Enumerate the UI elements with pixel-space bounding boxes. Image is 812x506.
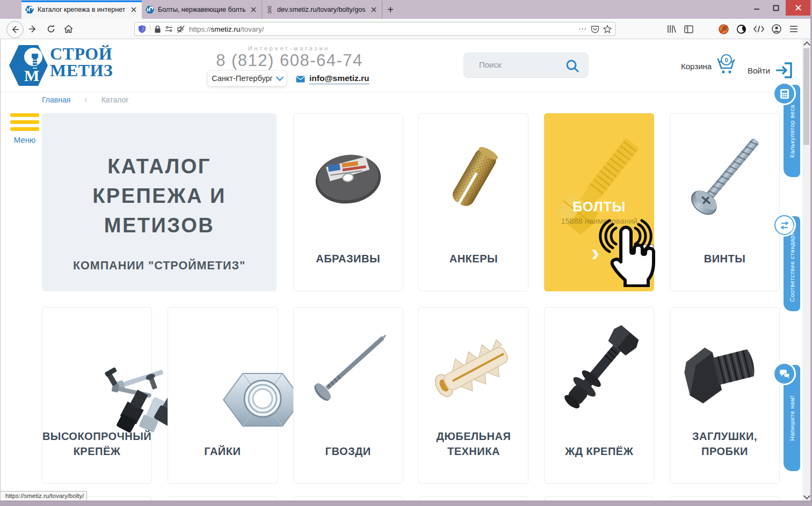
login-icon: [775, 61, 793, 79]
breadcrumb-separator: ‹: [84, 95, 87, 105]
category-card-anchors[interactable]: АНКЕРЫ: [418, 113, 528, 291]
library-icon[interactable]: [664, 21, 679, 36]
category-label: ЗАГЛУШКИ, ПРОБКИ: [669, 429, 780, 459]
permissions-icon[interactable]: [165, 26, 173, 32]
vertical-scrollbar[interactable]: [802, 39, 810, 501]
login-button[interactable]: Войти: [748, 61, 793, 79]
catalog-menu-button[interactable]: Меню: [10, 113, 39, 144]
ribbon-label: Напишите нам!: [789, 395, 795, 441]
rail-bolt-image: [552, 318, 647, 421]
window-close-button[interactable]: [786, 0, 810, 16]
page-viewport: М СТРОЙ МЕТИЗ Интернет-магазин 8 (812) 6…: [1, 39, 802, 501]
breadcrumb-home-link[interactable]: Главная: [42, 96, 70, 104]
envelope-icon: [296, 76, 305, 83]
category-card-nuts[interactable]: ГАЙКИ: [168, 307, 278, 484]
scrollbar-thumb[interactable]: [803, 48, 809, 145]
search-input[interactable]: [478, 60, 561, 70]
menu-label: Меню: [10, 135, 39, 144]
tab-close-icon[interactable]: [369, 5, 378, 14]
scroll-down-arrow[interactable]: [803, 493, 810, 500]
weight-calculator-ribbon[interactable]: Калькулятор веса: [784, 85, 800, 177]
status-url-tooltip: https://smetiz.ru/tovary/bolty/: [1, 491, 87, 501]
window-maximize-button[interactable]: [766, 0, 786, 16]
anchor-image: [440, 138, 508, 217]
category-card-high-strength[interactable]: ВЫСОКОПРОЧНЫЙ КРЕПЁЖ: [42, 307, 152, 484]
category-card-nails[interactable]: ГВОЗДИ: [293, 307, 403, 484]
category-label: ДЮБЕЛЬНАЯ ТЕХНИКА: [418, 429, 529, 459]
nut-image: [222, 369, 303, 434]
tracking-shield-icon[interactable]: [138, 25, 146, 33]
menu-hamburger-icon[interactable]: [786, 21, 801, 36]
email-link[interactable]: info@smetiz.ru: [296, 74, 369, 84]
phone-number: 8 (812) 608-64-74: [198, 51, 381, 70]
category-card-dowels[interactable]: ДЮБЕЛЬНАЯ ТЕХНИКА: [418, 307, 528, 484]
chevron-down-icon: [276, 74, 284, 81]
tab-close-icon[interactable]: [249, 5, 258, 14]
tab-title: Каталог крепежа в интернет-м: [38, 6, 126, 13]
category-label: ГВОЗДИ: [293, 444, 404, 459]
tab-title: dev.smetiz.ru/tovary/bolty/gos: [277, 6, 366, 13]
breadcrumb-current: Каталог: [102, 96, 129, 104]
back-button[interactable]: [6, 21, 24, 38]
logo-letter: М: [24, 67, 39, 85]
category-card-screws[interactable]: ВИНТЫ: [670, 113, 780, 291]
card-stub: [168, 496, 278, 501]
bookmark-star-icon[interactable]: [603, 25, 612, 33]
tab-close-icon[interactable]: [129, 5, 138, 14]
pocket-icon[interactable]: [591, 25, 599, 33]
browser-tab-bar: Каталог крепежа в интернет-м Болты, нерж…: [0, 0, 812, 19]
devtools-code-icon[interactable]: [751, 21, 766, 36]
window-frame: [0, 501, 812, 506]
plug-image: [673, 327, 777, 412]
menu-bar-icon: [10, 113, 39, 117]
screw-image: [679, 128, 770, 227]
autoplay-blocked-icon[interactable]: [177, 25, 185, 33]
home-button[interactable]: [60, 21, 76, 37]
darkreader-extension-icon[interactable]: [734, 21, 749, 36]
catalog-hero-card: КАТАЛОГ КРЕПЕЖА И МЕТИЗОВ КОМПАНИИ "СТРО…: [42, 113, 277, 291]
adblock-extension-icon[interactable]: [716, 21, 731, 36]
tab-dev-loading[interactable]: dev.smetiz.ru/tovary/bolty/gos: [262, 1, 382, 19]
page-actions-more-icon[interactable]: ⋯: [578, 24, 587, 34]
lock-icon[interactable]: [154, 25, 161, 33]
forward-button[interactable]: [25, 21, 41, 37]
window-minimize-button[interactable]: [747, 0, 766, 16]
login-label: Войти: [748, 66, 770, 75]
reload-button[interactable]: [43, 21, 59, 37]
chat-icon: [774, 364, 794, 384]
menu-bar-icon: [10, 127, 39, 131]
url-text: https://smetiz.ru/tovary/: [189, 25, 575, 33]
tab-catalog[interactable]: Каталог крепежа в интернет-м: [21, 1, 142, 19]
url-bar[interactable]: https://smetiz.ru/tovary/ ⋯: [134, 22, 615, 36]
ribbon-label: Калькулятор веса: [789, 105, 795, 158]
account-icon[interactable]: [769, 21, 784, 36]
nail-image: [303, 327, 393, 411]
new-tab-button[interactable]: +: [382, 1, 398, 19]
site-header: М СТРОЙ МЕТИЗ Интернет-магазин 8 (812) 6…: [1, 39, 802, 92]
abrasive-disc-image: [310, 141, 387, 214]
sidebar-toggle-icon[interactable]: [681, 21, 696, 36]
menu-bar-icon: [10, 120, 39, 124]
category-card-bolts[interactable]: БОЛТЫ 15888 наименований › ы: [544, 113, 654, 291]
hero-title: КАТАЛОГ КРЕПЕЖА И МЕТИЗОВ: [53, 152, 266, 240]
category-card-plugs[interactable]: ЗАГЛУШКИ, ПРОБКИ: [670, 307, 780, 484]
card-stub: [418, 496, 528, 501]
cart-count-badge: 0: [721, 54, 732, 65]
site-logo[interactable]: М: [8, 44, 49, 87]
calculator-icon: [774, 84, 794, 104]
category-card-rail[interactable]: ЖД КРЕПЁЖ: [544, 307, 654, 484]
dowel-image: [422, 326, 525, 412]
ribbon-label: Соответствие стандартов: [789, 225, 795, 302]
category-card-abrasives[interactable]: АБРАЗИВЫ: [293, 113, 403, 291]
category-label: АБРАЗИВЫ: [293, 251, 404, 266]
tab-bolty[interactable]: Болты, нержавеющие болты: [142, 1, 262, 19]
hero-subtitle: КОМПАНИИ "СТРОЙМЕТИЗ": [47, 259, 271, 273]
standards-ribbon[interactable]: Соответствие стандартов: [784, 216, 800, 311]
scroll-up-arrow[interactable]: [803, 41, 810, 48]
search-icon[interactable]: [566, 59, 579, 73]
logo-text[interactable]: СТРОЙ МЕТИЗ: [50, 46, 113, 79]
write-us-ribbon[interactable]: Напишите нам!: [784, 365, 800, 471]
card-stub: [670, 496, 780, 501]
breadcrumb: Главная ‹ Каталог: [42, 95, 129, 105]
city-selector[interactable]: Санкт-Петербург: [207, 70, 287, 86]
